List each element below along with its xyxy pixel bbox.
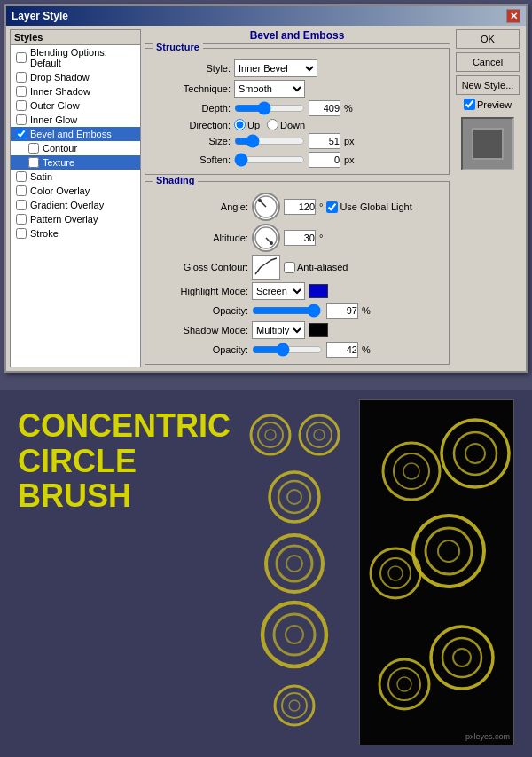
- soften-row: Soften: px: [151, 152, 443, 168]
- layer-color-overlay[interactable]: Color Overlay: [11, 184, 140, 198]
- shadow-label: Shadow Mode:: [151, 325, 248, 335]
- svg-point-16: [277, 546, 312, 581]
- photo-background: pxleyes.com: [359, 399, 514, 745]
- highlight-opacity-slider[interactable]: [252, 305, 323, 316]
- size-unit: px: [344, 136, 355, 146]
- soften-unit: px: [344, 154, 355, 165]
- inner-shadow-checkbox[interactable]: [16, 86, 27, 97]
- angle-label: Angle:: [151, 201, 248, 212]
- photo-texture-svg: [360, 400, 514, 745]
- shadow-color-swatch[interactable]: [309, 323, 328, 337]
- stroke-checkbox[interactable]: [16, 228, 27, 239]
- layer-inner-shadow[interactable]: Inner Shadow: [11, 84, 140, 99]
- depth-unit: %: [344, 103, 353, 114]
- highlight-color-swatch[interactable]: [309, 284, 328, 298]
- altitude-widget[interactable]: [252, 224, 280, 252]
- technique-row: Technique: Smooth Chisel Hard Chisel Sof…: [151, 80, 443, 98]
- svg-point-17: [286, 556, 302, 572]
- ok-button[interactable]: OK: [456, 29, 520, 49]
- layer-bevel-emboss[interactable]: Bevel and Emboss: [11, 127, 140, 141]
- highlight-opacity-input[interactable]: [326, 303, 358, 319]
- outer-glow-checkbox[interactable]: [16, 100, 27, 111]
- text-area: CONCENTRIC CIRCLE BRUSH: [9, 399, 239, 523]
- cancel-button[interactable]: Cancel: [456, 52, 520, 72]
- angle-unit: °: [319, 201, 323, 212]
- highlight-label: Highlight Mode:: [151, 286, 248, 296]
- contour-preview[interactable]: [252, 255, 280, 280]
- depth-input[interactable]: [309, 100, 340, 116]
- pattern-overlay-checkbox[interactable]: [16, 214, 27, 225]
- left-panel: Styles Blending Options: Default Drop Sh…: [10, 29, 141, 367]
- layer-blending-options[interactable]: Blending Options: Default: [11, 45, 140, 70]
- svg-point-7: [258, 422, 283, 447]
- layer-outer-glow[interactable]: Outer Glow: [11, 99, 140, 113]
- style-select[interactable]: Inner Bevel Outer Bevel Emboss Pillow Em…: [234, 59, 317, 77]
- svg-point-21: [275, 686, 314, 725]
- layer-texture[interactable]: Texture: [11, 155, 140, 170]
- inner-glow-checkbox[interactable]: [16, 114, 27, 125]
- texture-checkbox[interactable]: [28, 157, 39, 168]
- title-bar: Layer Style ✕: [6, 6, 526, 26]
- brush-title: CONCENTRIC CIRCLE BRUSH: [18, 408, 231, 514]
- shading-content: Angle: ° Use Global Light: [151, 193, 443, 358]
- blending-checkbox[interactable]: [16, 52, 27, 63]
- layer-drop-shadow[interactable]: Drop Shadow: [11, 70, 140, 84]
- angle-input[interactable]: [284, 199, 316, 215]
- global-light-checkbox[interactable]: [326, 201, 338, 213]
- svg-point-13: [278, 481, 310, 513]
- layer-stroke[interactable]: Stroke: [11, 226, 140, 241]
- preview-checkbox[interactable]: [464, 99, 475, 110]
- direction-up-option[interactable]: Up: [234, 119, 260, 130]
- global-light-label[interactable]: Use Global Light: [326, 201, 411, 213]
- anti-aliased-checkbox[interactable]: [284, 262, 295, 273]
- layer-pattern-overlay[interactable]: Pattern Overlay: [11, 212, 140, 226]
- direction-up-radio[interactable]: [234, 119, 246, 130]
- layer-satin[interactable]: Satin: [11, 170, 140, 184]
- size-row: Size: px: [151, 133, 443, 149]
- direction-down-option[interactable]: Down: [267, 119, 305, 130]
- shading-title: Shading: [153, 175, 198, 185]
- circles-svg: [244, 408, 350, 745]
- depth-label: Depth:: [151, 103, 231, 114]
- shadow-opacity-input[interactable]: [326, 342, 358, 358]
- preview-label[interactable]: Preview: [464, 99, 512, 110]
- layer-gradient-overlay[interactable]: Gradient Overlay: [11, 198, 140, 212]
- highlight-select[interactable]: Screen Normal Multiply: [252, 282, 305, 300]
- new-style-button[interactable]: New Style...: [456, 75, 520, 95]
- anti-aliased-label[interactable]: Anti-aliased: [284, 262, 348, 273]
- size-slider[interactable]: [234, 136, 305, 146]
- altitude-input[interactable]: [284, 230, 316, 246]
- main-panel: Bevel and Emboss Structure Style: Inner …: [145, 29, 450, 367]
- svg-point-22: [282, 693, 307, 718]
- altitude-label: Altitude:: [151, 233, 248, 243]
- svg-point-2: [258, 199, 262, 202]
- altitude-unit: °: [319, 233, 323, 243]
- drop-shadow-checkbox[interactable]: [16, 72, 27, 83]
- gradient-overlay-checkbox[interactable]: [16, 200, 27, 210]
- depth-slider[interactable]: [234, 103, 305, 114]
- preview-box: [461, 117, 514, 170]
- bevel-emboss-checkbox[interactable]: [16, 129, 27, 139]
- shadow-opacity-slider[interactable]: [252, 344, 323, 355]
- layer-inner-glow[interactable]: Inner Glow: [11, 113, 140, 127]
- shadow-select[interactable]: Multiply Normal Screen: [252, 321, 305, 339]
- color-overlay-checkbox[interactable]: [16, 185, 27, 196]
- size-input[interactable]: [309, 133, 340, 149]
- layer-contour[interactable]: Contour: [11, 141, 140, 155]
- svg-rect-25: [360, 400, 514, 745]
- contour-checkbox[interactable]: [28, 143, 39, 154]
- svg-point-9: [300, 415, 339, 454]
- svg-point-6: [251, 415, 290, 454]
- close-button[interactable]: ✕: [506, 9, 520, 23]
- shadow-opacity-row: Opacity: %: [151, 342, 443, 358]
- soften-input[interactable]: [309, 152, 340, 168]
- satin-checkbox[interactable]: [16, 171, 27, 182]
- angle-widget[interactable]: [252, 193, 280, 221]
- altitude-row: Altitude: °: [151, 224, 443, 252]
- direction-down-radio[interactable]: [267, 119, 278, 130]
- preview-row: Preview: [464, 99, 512, 110]
- technique-select[interactable]: Smooth Chisel Hard Chisel Soft: [234, 80, 305, 98]
- technique-label: Technique:: [151, 83, 231, 94]
- line1: CONCENTRIC: [18, 408, 231, 444]
- soften-slider[interactable]: [234, 154, 305, 165]
